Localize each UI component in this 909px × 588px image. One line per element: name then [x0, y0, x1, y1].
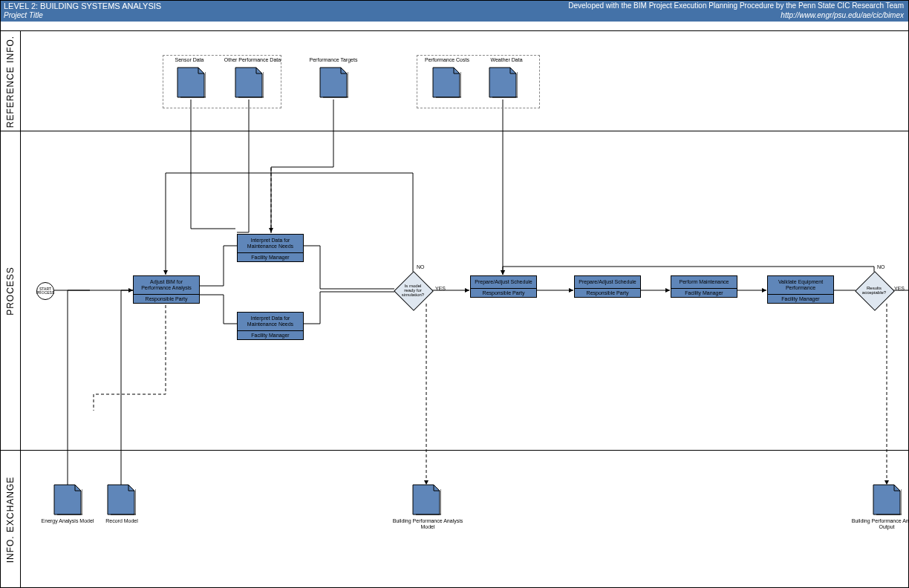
activity-role: Responsible Party [134, 295, 199, 303]
activity-role: Facility Manager [238, 331, 303, 339]
io-label-bpam: Building Performance Analysis Model [387, 518, 469, 529]
ref-doc-label-weather: Weather Data [480, 57, 532, 63]
activity-perform-maintenance: Perform Maintenance Facility Manager [671, 275, 737, 298]
edge-yes-2: YES [894, 286, 905, 291]
lane-proc-label-bar: PROCESS [1, 131, 21, 451]
activity-title: Prepare/Adjust Schedule [471, 276, 536, 289]
edge-no-2: NO [877, 264, 885, 270]
activity-prepare-1: Prepare/Adjust Schedule Responsible Part… [470, 275, 537, 298]
ref-doc-label-costs: Performance Costs [418, 57, 476, 63]
lane-ref-label-bar: REFERENCE INFO. [1, 30, 21, 131]
decision-results-acceptable: Results acceptable? [856, 272, 893, 309]
activity-role: Facility Manager [768, 295, 833, 303]
io-label-bpao: Building Performance Analysis Output [846, 518, 909, 529]
activity-title: Adjust BIM for Performance Analysis [134, 276, 199, 295]
header-subtitle: Project Title [4, 11, 43, 19]
document-icon [53, 483, 82, 516]
ref-doc-label-other: Other Performance Data [224, 57, 281, 63]
activity-title: Interpret Data for Maintenance Needs [238, 235, 303, 253]
activity-interpret-2: Interpret Data for Maintenance Needs Fac… [237, 312, 304, 340]
ref-doc-label-sensor: Sensor Data [167, 57, 212, 63]
activity-validate: Validate Equipment Performance Facility … [767, 275, 834, 304]
activity-title: Perform Maintenance [671, 276, 737, 289]
start-event: START PROCESS [36, 282, 54, 300]
header-bar: LEVEL 2: BUILDING SYSTEMS ANALYSIS Proje… [1, 1, 908, 22]
activity-adjust-bim: Adjust BIM for Performance Analysis Resp… [133, 275, 200, 304]
header-credit: Developed with the BIM Project Execution… [568, 1, 904, 10]
decision-model-ready: Is model ready for simulation? [394, 272, 431, 309]
activity-prepare-2: Prepare/Adjust Schedule Responsible Part… [574, 275, 641, 298]
document-icon [176, 66, 206, 99]
document-icon [431, 66, 461, 99]
lane-proc-label: PROCESS [5, 267, 16, 316]
diagram-frame: LEVEL 2: BUILDING SYSTEMS ANALYSIS Proje… [0, 0, 909, 588]
document-icon [488, 66, 518, 99]
ref-doc-label-targets: Performance Targets [307, 57, 360, 63]
activity-role: Responsible Party [471, 289, 536, 297]
document-icon [872, 483, 902, 516]
header-title: LEVEL 2: BUILDING SYSTEMS ANALYSIS [4, 1, 161, 10]
activity-title: Validate Equipment Performance [768, 276, 833, 295]
decision-label: Results acceptable? [856, 272, 893, 309]
activity-interpret-1: Interpret Data for Maintenance Needs Fac… [237, 234, 304, 262]
header-url: http://www.engr/psu.edu/ae/cic/bimex [781, 11, 904, 19]
edge-no-1: NO [417, 264, 425, 270]
io-label-record: Record Model [96, 518, 148, 524]
document-icon [411, 483, 441, 516]
lane-io-label-bar: INFO. EXCHANGE [1, 450, 21, 588]
activity-role: Facility Manager [238, 253, 303, 261]
document-icon [234, 66, 264, 99]
lane-ref-label: REFERENCE INFO. [5, 35, 16, 127]
document-icon [106, 483, 136, 516]
decision-label: Is model ready for simulation? [394, 272, 431, 309]
activity-role: Responsible Party [575, 289, 640, 297]
lane-io-label: INFO. EXCHANGE [5, 476, 16, 563]
activity-title: Prepare/Adjust Schedule [575, 276, 640, 289]
activity-title: Interpret Data for Maintenance Needs [238, 313, 303, 331]
edge-yes-1: YES [435, 286, 446, 291]
activity-role: Facility Manager [671, 289, 737, 297]
document-icon [319, 66, 348, 99]
io-label-energy: Energy Analysis Model [38, 518, 97, 524]
